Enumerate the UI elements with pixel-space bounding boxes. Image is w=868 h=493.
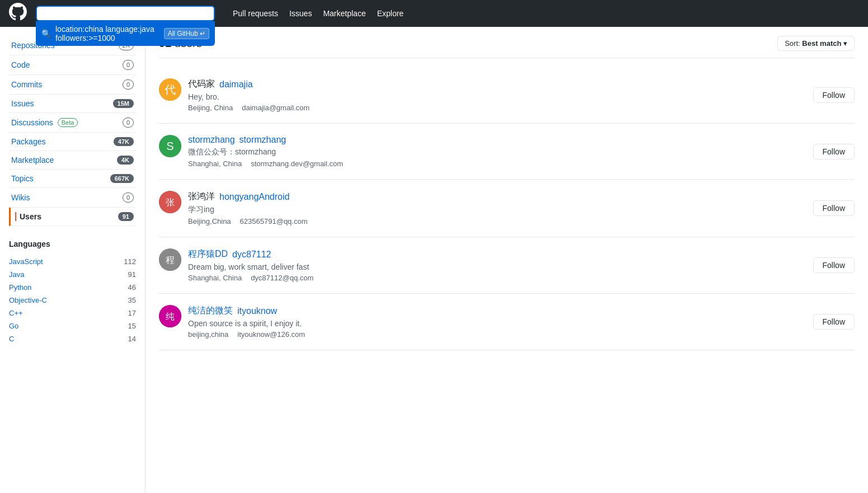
follow-button-daimajia[interactable]: Follow: [813, 87, 855, 103]
follow-button-ityouknow[interactable]: Follow: [813, 314, 855, 330]
lang-name-java: Java: [9, 270, 24, 279]
lang-item-java[interactable]: Java 91: [9, 268, 136, 281]
svg-text:代: 代: [164, 83, 176, 96]
user-info-daimajia: 代码家 daimajia Hey, bro. Beijing, China da…: [188, 78, 806, 112]
user-email-ityouknow: ityouknow@126.com: [237, 330, 305, 339]
sidebar-badge-commits: 0: [123, 79, 134, 90]
sidebar-badge-packages: 47K: [114, 137, 134, 146]
main-content: 91 users Sort: Best match ▾ 代 代码家 daimaj…: [146, 27, 868, 493]
user-chinese-name-daimajia: 代码家: [188, 78, 215, 90]
sidebar-item-discussions[interactable]: Discussions Beta 0: [9, 113, 136, 133]
sidebar-label-discussions: Discussions: [11, 118, 53, 127]
sidebar-item-issues[interactable]: Issues 15M: [9, 95, 136, 113]
sidebar-label-topics: Topics: [11, 174, 34, 183]
user-bio-ityouknow: Open source is a spirit, I enjoy it.: [188, 319, 806, 328]
sidebar-item-packages[interactable]: Packages 47K: [9, 133, 136, 151]
sidebar-label-packages: Packages: [11, 137, 45, 146]
user-name-row-dyc87112: 程序猿DD dyc87112: [188, 248, 806, 260]
user-location-hongyangandroid: Beijing,China: [188, 217, 231, 226]
nav-pull-requests[interactable]: Pull requests: [233, 9, 278, 18]
avatar-dyc87112: 程: [159, 248, 181, 271]
user-chinese-name-ityouknow[interactable]: 纯洁的微笑: [188, 305, 233, 317]
sort-label: Sort:: [785, 39, 800, 48]
lang-item-cpp[interactable]: C++ 17: [9, 307, 136, 320]
lang-item-c[interactable]: C 14: [9, 332, 136, 345]
lang-item-javascript[interactable]: JavaScript 112: [9, 255, 136, 268]
user-email-hongyangandroid: 623565791@qq.com: [240, 217, 308, 226]
sidebar-item-users[interactable]: Users 91: [9, 208, 136, 226]
sidebar-item-commits[interactable]: Commits 0: [9, 75, 136, 95]
user-card-hongyangandroid: 张 张鸿洋 hongyangAndroid 学习ing Beijing,Chin…: [159, 180, 855, 237]
lang-item-python[interactable]: Python 46: [9, 281, 136, 294]
sidebar-badge-topics: 667K: [110, 174, 134, 183]
lang-item-objective-c[interactable]: Objective-C 35: [9, 294, 136, 307]
search-dropdown-badge: All GitHub ↵: [164, 28, 209, 39]
lang-count-c: 14: [128, 335, 136, 343]
sidebar-badge-marketplace: 4K: [117, 156, 134, 165]
languages-title: Languages: [9, 240, 136, 248]
lang-count-javascript: 112: [124, 257, 136, 266]
sidebar-item-code[interactable]: Code 0: [9, 55, 136, 75]
user-location-daimajia: Beijing, China: [188, 104, 233, 112]
sidebar-label-code: Code: [11, 60, 30, 69]
user-username-dyc87112[interactable]: dyc87112: [232, 250, 271, 260]
lang-item-go[interactable]: Go 15: [9, 320, 136, 332]
user-username-stormzhang[interactable]: stormzhang: [240, 135, 287, 145]
avatar-hongyangandroid: 张: [159, 191, 181, 213]
user-info-stormzhang: stormzhang stormzhang 微信公众号：stormzhang S…: [188, 135, 806, 168]
user-chinese-name-hongyangandroid: 张鸿洋: [188, 191, 215, 203]
user-bio-stormzhang: 微信公众号：stormzhang: [188, 147, 806, 157]
avatar-daimajia: 代: [159, 78, 181, 101]
search-dropdown[interactable]: 🔍 location:china language:java followers…: [36, 21, 215, 46]
sidebar-item-wikis[interactable]: Wikis 0: [9, 188, 136, 208]
search-icon: 🔍: [41, 29, 51, 38]
github-logo-icon: [9, 3, 27, 24]
sidebar-item-topics[interactable]: Topics 667K: [9, 170, 136, 188]
user-chinese-name-stormzhang[interactable]: stormzhang: [188, 135, 235, 145]
svg-text:纯: 纯: [166, 312, 175, 321]
svg-text:张: 张: [166, 198, 175, 207]
nav-explore[interactable]: Explore: [377, 9, 403, 18]
nav-issues[interactable]: Issues: [289, 9, 312, 18]
avatar-ityouknow: 纯: [159, 305, 181, 327]
user-username-ityouknow[interactable]: ityouknow: [237, 306, 277, 316]
user-location-dyc87112: Shanghai, China: [188, 274, 242, 282]
lang-count-java: 91: [128, 270, 136, 279]
user-chinese-name-dyc87112[interactable]: 程序猿DD: [188, 248, 228, 260]
user-location-ityouknow: beijing,china: [188, 330, 228, 339]
nav-marketplace[interactable]: Marketplace: [323, 9, 365, 18]
user-bio-hongyangandroid: 学习ing: [188, 205, 806, 215]
sidebar-badge-users: 91: [118, 212, 134, 221]
follow-button-stormzhang[interactable]: Follow: [813, 144, 855, 159]
user-meta-daimajia: Beijing, China daimajia@gmail.com: [188, 104, 806, 112]
user-meta-ityouknow: beijing,china ityouknow@126.com: [188, 330, 806, 339]
user-card-stormzhang: S stormzhang stormzhang 微信公众号：stormzhang…: [159, 124, 855, 180]
sidebar-item-marketplace[interactable]: Marketplace 4K: [9, 151, 136, 170]
languages-section: Languages JavaScript 112 Java 91 Python …: [9, 240, 136, 345]
search-input[interactable]: location:china language:java followers:>…: [36, 6, 215, 21]
user-bio-daimajia: Hey, bro.: [188, 92, 806, 101]
sidebar-badge-code: 0: [123, 60, 134, 70]
follow-button-dyc87112[interactable]: Follow: [813, 257, 855, 273]
lang-count-objective-c: 35: [128, 296, 136, 304]
user-username-hongyangandroid[interactable]: hongyangAndroid: [219, 192, 289, 202]
sort-button[interactable]: Sort: Best match ▾: [777, 36, 855, 51]
user-name-row-ityouknow: 纯洁的微笑 ityouknow: [188, 305, 806, 317]
user-name-row-stormzhang: stormzhang stormzhang: [188, 135, 806, 145]
user-username-daimajia[interactable]: daimajia: [219, 79, 253, 90]
lang-name-javascript: JavaScript: [9, 257, 43, 266]
lang-name-python: Python: [9, 283, 31, 292]
sidebar-badge-issues: 15M: [113, 99, 134, 108]
lang-name-objective-c: Objective-C: [9, 296, 47, 304]
sidebar-badge-discussions: 0: [123, 118, 134, 128]
sidebar-label-users: Users: [15, 212, 41, 221]
user-meta-hongyangandroid: Beijing,China 623565791@qq.com: [188, 217, 806, 226]
lang-name-cpp: C++: [9, 309, 23, 317]
user-meta-dyc87112: Shanghai, China dyc87112@qq.com: [188, 274, 806, 282]
lang-count-python: 46: [128, 283, 136, 292]
follow-button-hongyangandroid[interactable]: Follow: [813, 200, 855, 216]
header-nav: Pull requests Issues Marketplace Explore: [233, 9, 403, 18]
chevron-down-icon: ▾: [843, 39, 847, 48]
results-header: 91 users Sort: Best match ▾: [159, 36, 855, 58]
avatar-stormzhang: S: [159, 135, 181, 157]
